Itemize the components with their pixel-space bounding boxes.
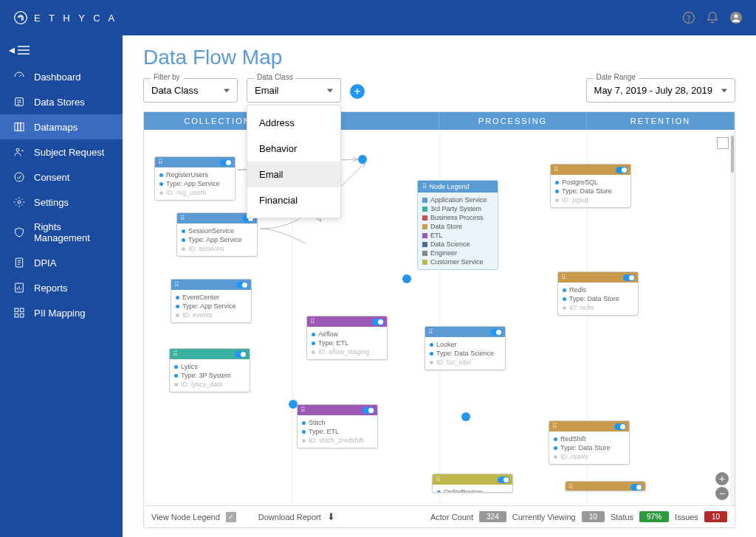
gauge-icon [13, 71, 25, 83]
viewing-value: 10 [582, 511, 605, 522]
svg-rect-8 [21, 123, 24, 131]
sidebar-item-subject-request[interactable]: Subject Request [0, 139, 123, 164]
fingerprint-icon [13, 10, 28, 25]
dropdown-option-email[interactable]: Email [247, 162, 340, 187]
sidebar-item-consent[interactable]: Consent [0, 164, 123, 190]
legend-title: Node Legend [430, 183, 470, 190]
brand-logo: E T H Y C A [13, 10, 117, 25]
sidebar-item-rights[interactable]: Rights Management [0, 215, 123, 250]
person-icon [13, 146, 25, 158]
svg-rect-6 [15, 123, 18, 131]
svg-rect-15 [20, 308, 24, 312]
node-lytics[interactable]: ⠿ Lytics Type: 3P System ID: lytics_data [169, 348, 250, 392]
node-toggle[interactable] [235, 351, 247, 358]
node-partial[interactable]: ⠿ [565, 481, 646, 491]
node-postgresql[interactable]: ⠿ PostgreSQL Type: Data Store ID: pgsql [550, 164, 631, 208]
sidebar-item-dpia[interactable]: DPIA [0, 250, 123, 275]
viewing-label: Currently Viewing [512, 513, 576, 522]
list-icon [13, 96, 25, 108]
sidebar: ◂ Dashboard Data Stores Datamaps Subject… [0, 0, 123, 537]
status-value: 97% [639, 511, 669, 522]
zoom-out-button[interactable]: − [715, 487, 729, 500]
status-bar: View Node Legend ✓ Download Report ⬇ Act… [144, 505, 735, 527]
topbar: E T H Y C A [0, 0, 756, 35]
filter-by-group: Filter by Data Class [143, 78, 238, 103]
actor-count-label: Actor Count [430, 513, 473, 522]
scrollbar-vertical[interactable] [730, 133, 735, 505]
data-class-group: Data Class Email Address Behavior Email … [247, 78, 341, 103]
node-looker[interactable]: ⠿ Looker Type: Data Science ID: biz_inte… [425, 326, 506, 370]
filter-by-select[interactable]: Data Class [143, 78, 238, 103]
svg-point-11 [18, 201, 21, 204]
svg-point-9 [16, 148, 19, 151]
page-title: Data Flow Map [143, 46, 735, 69]
node-legend-panel[interactable]: ⠿ Node Legend Application Service 3rd Pa… [417, 180, 498, 270]
node-register-users[interactable]: ⠿ RegisterUsers Type: App Service ID: re… [154, 156, 236, 201]
hamburger-icon [18, 46, 30, 55]
sidebar-item-datamaps[interactable]: Datamaps [0, 114, 123, 139]
zoom-in-button[interactable]: + [715, 472, 729, 485]
node-toggle[interactable] [614, 423, 626, 430]
issues-label: Issues [675, 513, 698, 522]
dropdown-option-address[interactable]: Address [247, 110, 340, 136]
sidebar-collapse-button[interactable]: ◂ [0, 35, 123, 64]
svg-point-2 [689, 21, 690, 21]
node-toggle[interactable] [498, 477, 509, 483]
date-range-select[interactable]: May 7, 2019 - July 28, 2019 [586, 78, 735, 103]
node-toggle[interactable] [623, 274, 635, 281]
bell-icon[interactable] [706, 11, 719, 24]
column-headers: COLLECTION PROCESSING RETENTION [144, 112, 735, 130]
svg-point-10 [15, 173, 24, 181]
expand-icon[interactable] [717, 137, 729, 149]
document-icon [13, 257, 25, 268]
view-legend-checkbox[interactable]: ✓ [226, 512, 236, 522]
svg-rect-16 [15, 313, 18, 317]
node-toggle[interactable] [630, 484, 642, 491]
svg-rect-14 [15, 308, 18, 312]
sidebar-item-reports[interactable]: Reports [0, 275, 123, 300]
node-airflow[interactable]: ⠿ Airflow Type: ETL ID: aflow_staging [306, 316, 388, 360]
data-class-dropdown: Address Behavior Email Financial [247, 105, 341, 218]
node-toggle[interactable] [372, 319, 384, 325]
node-redis[interactable]: ⠿ Redis Type: Data Store ID: redis [557, 271, 639, 316]
issues-value: 10 [704, 511, 727, 522]
sidebar-item-settings[interactable]: Settings [0, 190, 123, 215]
node-toggle[interactable] [490, 329, 502, 336]
dropdown-option-financial[interactable]: Financial [247, 187, 340, 213]
map-icon [13, 121, 25, 133]
download-icon[interactable]: ⬇ [327, 511, 335, 522]
svg-rect-17 [20, 313, 24, 317]
sidebar-item-pii[interactable]: PII Mapping [0, 300, 123, 325]
sidebar-item-data-stores[interactable]: Data Stores [0, 89, 123, 114]
flow-dot [402, 274, 411, 283]
node-toggle[interactable] [220, 159, 232, 166]
filter-by-label: Filter by [151, 73, 183, 81]
actor-count-value: 324 [479, 511, 506, 522]
col-retention: RETENTION [587, 112, 735, 130]
svg-rect-7 [18, 123, 21, 131]
add-filter-button[interactable]: + [350, 84, 365, 99]
filter-bar: Filter by Data Class Data Class Email Ad… [143, 78, 735, 103]
node-toggle[interactable] [236, 282, 248, 288]
flow-dot [461, 412, 470, 421]
shield-icon [13, 226, 25, 238]
node-toggle[interactable] [362, 407, 374, 414]
user-icon[interactable] [729, 11, 743, 24]
help-icon[interactable] [682, 11, 695, 24]
chevron-left-icon: ◂ [9, 43, 15, 57]
sidebar-item-dashboard[interactable]: Dashboard [0, 64, 123, 89]
download-report-label: Download Report [258, 513, 321, 522]
node-toggle[interactable] [616, 167, 628, 173]
node-redshift[interactable]: ⠿ RedShift Type: Data Store ID: rsaws [549, 420, 630, 465]
dropdown-option-behavior[interactable]: Behavior [247, 136, 340, 162]
view-legend-label: View Node Legend [151, 513, 220, 522]
date-range-label: Date Range [594, 73, 639, 81]
node-event-center[interactable]: ⠿ EventCenter Type: App Service ID: even… [171, 279, 252, 323]
status-label: Status [611, 513, 633, 522]
node-order-review[interactable]: ⠿ OrderReview [432, 474, 513, 493]
flow-canvas[interactable]: COLLECTION PROCESSING RETENTION [143, 111, 735, 528]
node-stitch[interactable]: ⠿ Stitch Type: ETL ID: stitch_2redshift [297, 404, 378, 448]
data-class-select[interactable]: Email [247, 78, 341, 103]
report-icon [13, 282, 25, 294]
node-session-service[interactable]: ⠿ SessionService Type: App Service ID: s… [176, 212, 258, 257]
